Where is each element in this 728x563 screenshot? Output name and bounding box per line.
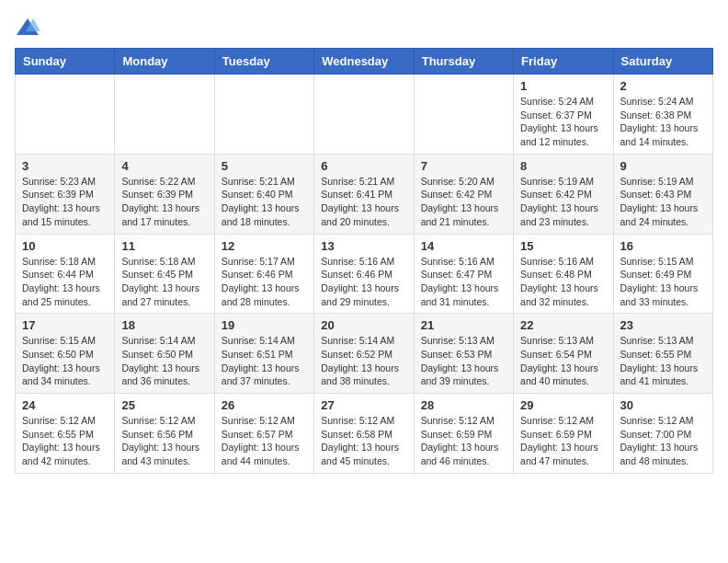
day-number: 23	[620, 318, 706, 332]
calendar-day-cell: 25Sunrise: 5:12 AMSunset: 6:56 PMDayligh…	[115, 394, 214, 474]
calendar-day-cell: 7Sunrise: 5:20 AMSunset: 6:42 PMDaylight…	[414, 154, 513, 234]
day-number: 22	[520, 318, 606, 332]
day-number: 9	[620, 159, 706, 173]
day-number: 18	[121, 318, 207, 332]
calendar-day-cell: 29Sunrise: 5:12 AMSunset: 6:59 PMDayligh…	[514, 394, 613, 474]
calendar-week-row: 10Sunrise: 5:18 AMSunset: 6:44 PMDayligh…	[16, 234, 713, 314]
day-info: Sunrise: 5:24 AMSunset: 6:38 PMDaylight:…	[620, 95, 706, 149]
calendar-week-row: 17Sunrise: 5:15 AMSunset: 6:50 PMDayligh…	[16, 314, 713, 394]
day-number: 29	[520, 398, 606, 412]
day-info: Sunrise: 5:13 AMSunset: 6:53 PMDaylight:…	[421, 334, 506, 388]
day-info: Sunrise: 5:12 AMSunset: 7:00 PMDaylight:…	[620, 414, 706, 468]
day-info: Sunrise: 5:12 AMSunset: 6:58 PMDaylight:…	[321, 414, 406, 468]
calendar-day-cell: 5Sunrise: 5:21 AMSunset: 6:40 PMDaylight…	[214, 154, 313, 234]
day-number: 16	[620, 239, 706, 253]
calendar-day-cell: 18Sunrise: 5:14 AMSunset: 6:50 PMDayligh…	[115, 314, 214, 394]
calendar-day-cell: 27Sunrise: 5:12 AMSunset: 6:58 PMDayligh…	[314, 394, 414, 474]
calendar-day-cell: 21Sunrise: 5:13 AMSunset: 6:53 PMDayligh…	[414, 314, 513, 394]
day-info: Sunrise: 5:19 AMSunset: 6:43 PMDaylight:…	[620, 175, 706, 229]
calendar-week-row: 1Sunrise: 5:24 AMSunset: 6:37 PMDaylight…	[16, 75, 713, 155]
day-info: Sunrise: 5:18 AMSunset: 6:45 PMDaylight:…	[121, 255, 207, 309]
calendar-day-cell: 8Sunrise: 5:19 AMSunset: 6:42 PMDaylight…	[514, 154, 613, 234]
calendar-day-cell: 10Sunrise: 5:18 AMSunset: 6:44 PMDayligh…	[16, 234, 115, 314]
day-of-week-header: Monday	[115, 49, 214, 75]
day-info: Sunrise: 5:14 AMSunset: 6:50 PMDaylight:…	[121, 334, 207, 388]
logo-icon	[15, 15, 40, 40]
day-info: Sunrise: 5:20 AMSunset: 6:42 PMDaylight:…	[421, 175, 506, 229]
calendar-day-cell: 19Sunrise: 5:14 AMSunset: 6:51 PMDayligh…	[214, 314, 313, 394]
calendar-day-cell: 24Sunrise: 5:12 AMSunset: 6:55 PMDayligh…	[16, 394, 115, 474]
calendar-day-cell: 4Sunrise: 5:22 AMSunset: 6:39 PMDaylight…	[115, 154, 214, 234]
day-info: Sunrise: 5:12 AMSunset: 6:56 PMDaylight:…	[121, 414, 207, 468]
calendar-week-row: 24Sunrise: 5:12 AMSunset: 6:55 PMDayligh…	[16, 394, 713, 474]
calendar-day-cell	[414, 75, 513, 155]
day-number: 4	[121, 159, 207, 173]
day-number: 13	[321, 239, 406, 253]
day-info: Sunrise: 5:12 AMSunset: 6:55 PMDaylight:…	[22, 414, 108, 468]
day-info: Sunrise: 5:14 AMSunset: 6:52 PMDaylight:…	[321, 334, 406, 388]
calendar-day-cell: 14Sunrise: 5:16 AMSunset: 6:47 PMDayligh…	[414, 234, 513, 314]
day-info: Sunrise: 5:13 AMSunset: 6:54 PMDaylight:…	[520, 334, 606, 388]
day-info: Sunrise: 5:15 AMSunset: 6:49 PMDaylight:…	[620, 255, 706, 309]
day-number: 6	[321, 159, 406, 173]
day-info: Sunrise: 5:13 AMSunset: 6:55 PMDaylight:…	[620, 334, 706, 388]
calendar-day-cell: 26Sunrise: 5:12 AMSunset: 6:57 PMDayligh…	[214, 394, 313, 474]
day-info: Sunrise: 5:14 AMSunset: 6:51 PMDaylight:…	[222, 334, 307, 388]
day-info: Sunrise: 5:16 AMSunset: 6:48 PMDaylight:…	[520, 255, 606, 309]
calendar-day-cell	[16, 75, 115, 155]
calendar-week-row: 3Sunrise: 5:23 AMSunset: 6:39 PMDaylight…	[16, 154, 713, 234]
calendar-day-cell	[115, 75, 214, 155]
calendar-day-cell: 6Sunrise: 5:21 AMSunset: 6:41 PMDaylight…	[314, 154, 414, 234]
page-header	[15, 15, 713, 40]
day-info: Sunrise: 5:17 AMSunset: 6:46 PMDaylight:…	[222, 255, 307, 309]
calendar-day-cell: 12Sunrise: 5:17 AMSunset: 6:46 PMDayligh…	[214, 234, 313, 314]
day-number: 28	[421, 398, 506, 412]
day-info: Sunrise: 5:24 AMSunset: 6:37 PMDaylight:…	[520, 95, 606, 149]
calendar-day-cell: 15Sunrise: 5:16 AMSunset: 6:48 PMDayligh…	[514, 234, 613, 314]
day-info: Sunrise: 5:16 AMSunset: 6:46 PMDaylight:…	[321, 255, 406, 309]
day-number: 14	[421, 239, 506, 253]
day-number: 17	[22, 318, 108, 332]
day-info: Sunrise: 5:12 AMSunset: 6:59 PMDaylight:…	[520, 414, 606, 468]
calendar-day-cell: 20Sunrise: 5:14 AMSunset: 6:52 PMDayligh…	[314, 314, 414, 394]
day-number: 15	[520, 239, 606, 253]
day-info: Sunrise: 5:12 AMSunset: 6:57 PMDaylight:…	[222, 414, 307, 468]
calendar-day-cell: 23Sunrise: 5:13 AMSunset: 6:55 PMDayligh…	[613, 314, 712, 394]
day-number: 25	[121, 398, 207, 412]
calendar-day-cell: 2Sunrise: 5:24 AMSunset: 6:38 PMDaylight…	[613, 75, 712, 155]
day-number: 5	[222, 159, 307, 173]
calendar-table: SundayMondayTuesdayWednesdayThursdayFrid…	[15, 48, 713, 474]
day-info: Sunrise: 5:23 AMSunset: 6:39 PMDaylight:…	[22, 175, 108, 229]
day-of-week-header: Tuesday	[214, 49, 313, 75]
day-number: 1	[520, 79, 606, 93]
day-info: Sunrise: 5:19 AMSunset: 6:42 PMDaylight:…	[520, 175, 606, 229]
calendar-day-cell: 11Sunrise: 5:18 AMSunset: 6:45 PMDayligh…	[115, 234, 214, 314]
calendar-day-cell: 22Sunrise: 5:13 AMSunset: 6:54 PMDayligh…	[514, 314, 613, 394]
day-info: Sunrise: 5:21 AMSunset: 6:40 PMDaylight:…	[222, 175, 307, 229]
day-number: 20	[321, 318, 406, 332]
day-number: 24	[22, 398, 108, 412]
logo	[15, 15, 44, 40]
day-number: 3	[22, 159, 108, 173]
calendar-day-cell: 17Sunrise: 5:15 AMSunset: 6:50 PMDayligh…	[16, 314, 115, 394]
calendar-day-cell	[314, 75, 414, 155]
calendar-day-cell: 30Sunrise: 5:12 AMSunset: 7:00 PMDayligh…	[613, 394, 712, 474]
day-number: 30	[620, 398, 706, 412]
day-number: 7	[421, 159, 506, 173]
day-of-week-header: Thursday	[414, 49, 513, 75]
day-number: 8	[520, 159, 606, 173]
calendar-day-cell: 1Sunrise: 5:24 AMSunset: 6:37 PMDaylight…	[514, 75, 613, 155]
calendar-day-cell: 3Sunrise: 5:23 AMSunset: 6:39 PMDaylight…	[16, 154, 115, 234]
day-number: 12	[222, 239, 307, 253]
day-of-week-header: Friday	[514, 49, 613, 75]
day-info: Sunrise: 5:18 AMSunset: 6:44 PMDaylight:…	[22, 255, 108, 309]
day-info: Sunrise: 5:22 AMSunset: 6:39 PMDaylight:…	[121, 175, 207, 229]
calendar-header-row: SundayMondayTuesdayWednesdayThursdayFrid…	[16, 49, 713, 75]
day-info: Sunrise: 5:15 AMSunset: 6:50 PMDaylight:…	[22, 334, 108, 388]
calendar-day-cell: 28Sunrise: 5:12 AMSunset: 6:59 PMDayligh…	[414, 394, 513, 474]
day-info: Sunrise: 5:16 AMSunset: 6:47 PMDaylight:…	[421, 255, 506, 309]
calendar-day-cell	[214, 75, 313, 155]
day-number: 21	[421, 318, 506, 332]
day-number: 11	[121, 239, 207, 253]
day-number: 27	[321, 398, 406, 412]
